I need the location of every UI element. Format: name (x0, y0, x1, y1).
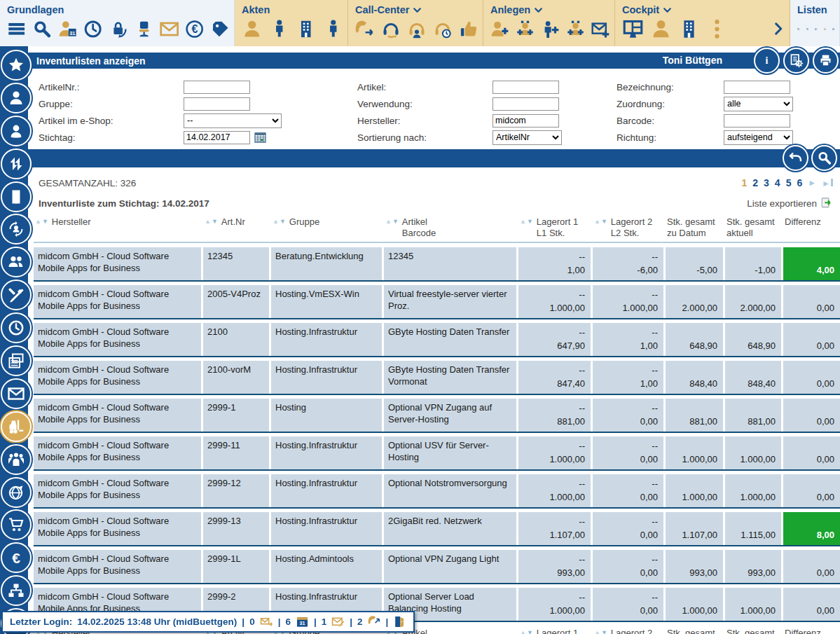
group-add-icon[interactable] (516, 18, 535, 40)
sidebar-item-warehouse[interactable] (1, 411, 32, 442)
grid-list-icon[interactable] (797, 18, 800, 40)
sort-toggle-icon[interactable]: ▲▼ (35, 216, 48, 226)
menu-tab-listen[interactable]: Listen (797, 3, 835, 17)
next-page-icon[interactable]: ► (808, 179, 816, 187)
sidebar-item-person-sync[interactable] (1, 214, 32, 244)
printer-button[interactable] (813, 48, 839, 74)
sidebar-item-web[interactable] (1, 477, 32, 508)
sidebar-item-times[interactable] (1, 312, 32, 343)
envelope-icon[interactable] (160, 18, 179, 40)
mail-send-icon[interactable] (260, 615, 273, 628)
chair-icon[interactable] (135, 18, 153, 40)
chevron-down-icon[interactable] (534, 6, 543, 15)
person-bust-icon[interactable] (650, 18, 672, 40)
lock-sync-icon[interactable] (109, 18, 128, 40)
sidebar-item-companies[interactable] (1, 181, 32, 212)
barcode-input[interactable] (724, 114, 790, 128)
grid-list-icon[interactable] (806, 18, 809, 40)
person-standing-icon[interactable] (323, 18, 344, 40)
sidebar-item-customers[interactable] (1, 116, 32, 146)
menu-tab-cockpit[interactable]: Cockpit (622, 3, 785, 17)
table-row[interactable]: midcom GmbH - Cloud Software Mobile Apps… (34, 361, 840, 395)
table-row[interactable]: midcom GmbH - Cloud Software Mobile Apps… (34, 474, 840, 509)
last-page-icon[interactable]: ► (822, 179, 833, 188)
person-list-icon[interactable] (815, 18, 818, 40)
menu-tab-grundlagen[interactable]: Grundlagen (7, 3, 230, 17)
artikel-input[interactable] (493, 81, 559, 94)
hersteller-input[interactable] (493, 114, 559, 128)
sort-toggle-icon[interactable]: ▲▼ (385, 216, 399, 226)
chevron-down-icon[interactable] (413, 6, 422, 15)
door-exit-icon[interactable] (393, 615, 406, 628)
mail-add-icon[interactable] (591, 18, 610, 40)
sidebar-item-favorites[interactable] (1, 50, 32, 81)
table-row[interactable]: midcom GmbH - Cloud Software Mobile Apps… (34, 550, 840, 584)
table-row[interactable]: midcom GmbH - Cloud Software Mobile Apps… (34, 247, 840, 282)
sidebar-item-shop[interactable] (1, 509, 32, 540)
table-row[interactable]: midcom GmbH - Cloud Software Mobile Apps… (34, 285, 840, 319)
headset-clock-icon[interactable] (433, 18, 453, 40)
tag-icon[interactable] (211, 18, 230, 40)
sidebar-item-finance[interactable]: € (1, 542, 32, 573)
menu-tab-callcenter[interactable]: Call-Center (355, 3, 478, 17)
headset-sync-icon[interactable] (381, 18, 401, 40)
chevron-down-icon[interactable] (663, 6, 672, 15)
table-row[interactable]: midcom GmbH - Cloud Software Mobile Apps… (34, 323, 840, 357)
sort-toggle-icon[interactable]: ▲▼ (520, 216, 533, 226)
monitor-icon[interactable] (622, 18, 644, 40)
table-row[interactable]: midcom GmbH - Cloud Software Mobile Apps… (34, 399, 840, 433)
menu-scroll-right-icon[interactable] (771, 21, 785, 36)
calendar-31-icon[interactable]: 31 (296, 615, 309, 628)
sort-toggle-icon[interactable]: ▲▼ (594, 628, 607, 634)
report-gear-button[interactable] (783, 48, 809, 74)
page-link-3[interactable]: 3 (764, 177, 769, 188)
sort-toggle-icon[interactable]: ▲▼ (520, 628, 533, 634)
phone-out-icon[interactable] (368, 615, 381, 628)
eshop-select[interactable]: -- (184, 113, 282, 128)
building-icon[interactable] (296, 18, 317, 40)
zuordnung-select[interactable]: alle (724, 97, 793, 111)
page-link-4[interactable]: 4 (775, 177, 780, 188)
sort-toggle-icon[interactable]: ▲▼ (205, 216, 218, 226)
undo-button[interactable] (783, 145, 808, 171)
building-icon[interactable] (678, 18, 700, 40)
sortierung-select[interactable]: ArtikelNr (493, 130, 562, 145)
page-link-2[interactable]: 2 (752, 177, 758, 188)
clock-icon[interactable] (83, 18, 102, 40)
sidebar-item-tools[interactable] (1, 280, 32, 310)
artikelnr-input[interactable] (184, 81, 250, 94)
search-button[interactable] (811, 145, 837, 171)
sidebar-item-mail[interactable] (1, 378, 32, 409)
gruppe-input[interactable] (184, 97, 250, 111)
person-list-gold-icon[interactable] (824, 18, 827, 40)
thumb-icon[interactable] (459, 18, 478, 40)
envelope-pen-icon[interactable] (331, 615, 345, 628)
export-link[interactable]: Liste exportieren (747, 197, 833, 209)
sidebar-item-network[interactable] (1, 575, 32, 606)
sidebar-item-transfer[interactable] (1, 149, 32, 179)
sidebar-item-documents[interactable] (1, 345, 32, 376)
verwendung-input[interactable] (493, 97, 559, 111)
stichtag-input[interactable] (184, 131, 250, 144)
richtung-select[interactable]: aufsteigend (724, 130, 793, 145)
person-calendar-icon[interactable]: 31 (58, 18, 77, 40)
menu-tab-akten[interactable]: Akten (242, 3, 343, 17)
euro-circle-icon[interactable]: € (185, 18, 204, 40)
sort-toggle-icon[interactable]: ▲▼ (594, 216, 607, 226)
page-link-1[interactable]: 1 (741, 177, 747, 188)
sort-toggle-icon[interactable]: ▲▼ (273, 216, 286, 226)
phone-return-icon[interactable] (355, 18, 375, 40)
info-button[interactable]: i (754, 48, 780, 74)
sidebar-item-groups[interactable] (1, 247, 32, 277)
menu-tab-anlegen[interactable]: Anlegen (490, 3, 610, 17)
calendar-picker-icon[interactable] (254, 131, 267, 144)
search-icon[interactable] (32, 18, 51, 40)
table-row[interactable]: midcom GmbH - Cloud Software Mobile Apps… (34, 512, 840, 546)
sidebar-item-contacts[interactable] (1, 83, 32, 113)
headset-person-icon[interactable] (407, 18, 427, 40)
person-plus-icon[interactable] (541, 18, 560, 40)
page-link-5[interactable]: 5 (786, 177, 792, 188)
menu-icon[interactable] (7, 18, 26, 40)
person-list-icon[interactable] (832, 18, 835, 40)
sidebar-item-team[interactable] (1, 444, 32, 475)
